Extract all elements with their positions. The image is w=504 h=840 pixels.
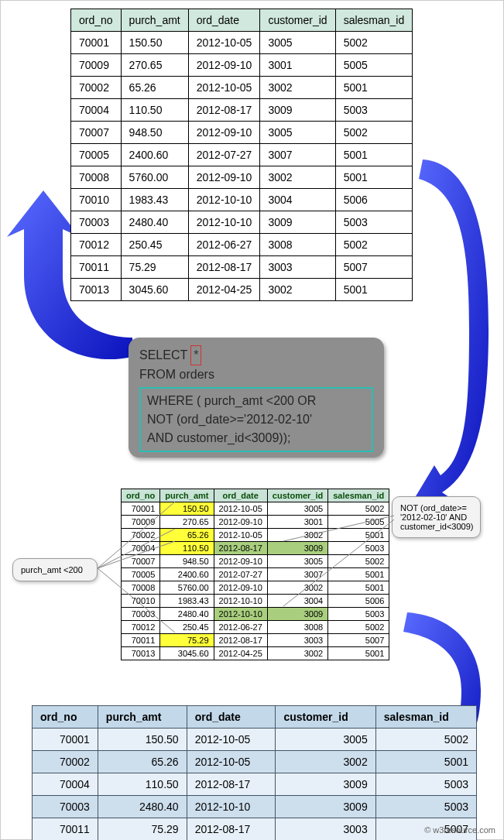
table-row: 700032480.402012-10-1030095003 [33, 796, 477, 818]
table-row: 7001175.292012-08-1730035007 [71, 256, 413, 279]
table-row: 7000265.262012-10-0530025001 [71, 77, 413, 99]
table-row: 700101983.432012-10-1030045006 [122, 595, 389, 608]
query-result-table: ord_nopurch_amtord_datecustomer_idsalesm… [32, 705, 477, 840]
table-row: 7001175.292012-08-1730035007 [33, 818, 477, 841]
table-row: 700085760.002012-09-1030025001 [122, 581, 389, 595]
column-header: ord_date [187, 706, 276, 729]
table-row: 70007948.502012-09-1030055002 [71, 122, 413, 144]
table-row: 70004110.502012-08-1730095003 [33, 773, 477, 796]
column-header: ord_date [214, 489, 267, 502]
callout-purch-amt: purch_amt <200 [12, 558, 98, 581]
table-row: 700052400.602012-07-2730075001 [71, 144, 413, 166]
sql-from: FROM orders [139, 365, 373, 384]
table-row: 7001175.292012-08-1730035007 [122, 634, 389, 647]
table-row: 700133045.602012-04-2530025001 [71, 279, 413, 301]
column-header: purch_amt [98, 706, 187, 729]
diagram-canvas: ord_nopurch_amtord_datecustomer_idsalesm… [0, 0, 504, 840]
table-row: 70007948.502012-09-1030055002 [122, 555, 389, 568]
column-header: customer_id [267, 489, 327, 502]
table-row: 70012250.452012-06-2730085002 [71, 234, 413, 256]
sql-query-box: SELECT * FROM orders WHERE ( purch_amt <… [129, 338, 384, 458]
column-header: salesman_id [375, 706, 476, 729]
table-row: 7000265.262012-10-0530025001 [33, 751, 477, 773]
column-header: ord_date [188, 9, 260, 32]
table-row: 70001150.502012-10-0530055002 [71, 32, 413, 54]
sql-where: WHERE ( purch_amt <200 OR NOT (ord_date>… [139, 387, 373, 452]
table-row: 70012250.452012-06-2730085002 [122, 621, 389, 634]
table-row: 700085760.002012-09-1030025001 [71, 166, 413, 189]
column-header: purch_amt [121, 9, 188, 32]
callout-not-clause: NOT (ord_date>= '2012-02-10' AND custome… [392, 496, 481, 538]
column-header: purch_amt [160, 489, 214, 502]
table-row: 700133045.602012-04-2530025001 [122, 647, 389, 660]
sql-select: SELECT [139, 346, 187, 365]
table-row: 70009270.652012-09-1030015005 [122, 516, 389, 529]
column-header: ord_no [71, 9, 122, 32]
table-row: 700032480.402012-10-1030095003 [122, 608, 389, 621]
table-row: 700032480.402012-10-1030095003 [71, 211, 413, 234]
column-header: customer_id [260, 9, 335, 32]
table-row: 70004110.502012-08-1730095003 [71, 99, 413, 122]
table-row: 700101983.432012-10-1030045006 [71, 189, 413, 211]
sql-star: * [190, 345, 201, 365]
column-header: ord_no [33, 706, 98, 729]
table-row: 7000265.262012-10-0530025001 [122, 529, 389, 542]
table-row: 70009270.652012-09-1030015005 [71, 54, 413, 77]
column-header: ord_no [122, 489, 160, 502]
footer-credit: © w3resource.com [424, 825, 495, 835]
column-header: customer_id [276, 706, 375, 729]
column-header: salesman_id [335, 9, 413, 32]
table-row: 70004110.502012-08-1730095003 [122, 542, 389, 555]
flow-arrow-icon [411, 148, 504, 512]
table-row: 70001150.502012-10-0530055002 [122, 502, 389, 516]
table-row: 70001150.502012-10-0530055002 [33, 729, 477, 751]
orders-filter-annotated-table: ord_nopurch_amtord_datecustomer_idsalesm… [121, 489, 389, 660]
table-row: 700052400.602012-07-2730075001 [122, 568, 389, 581]
column-header: salesman_id [328, 489, 389, 502]
orders-source-table: ord_nopurch_amtord_datecustomer_idsalesm… [70, 9, 413, 301]
